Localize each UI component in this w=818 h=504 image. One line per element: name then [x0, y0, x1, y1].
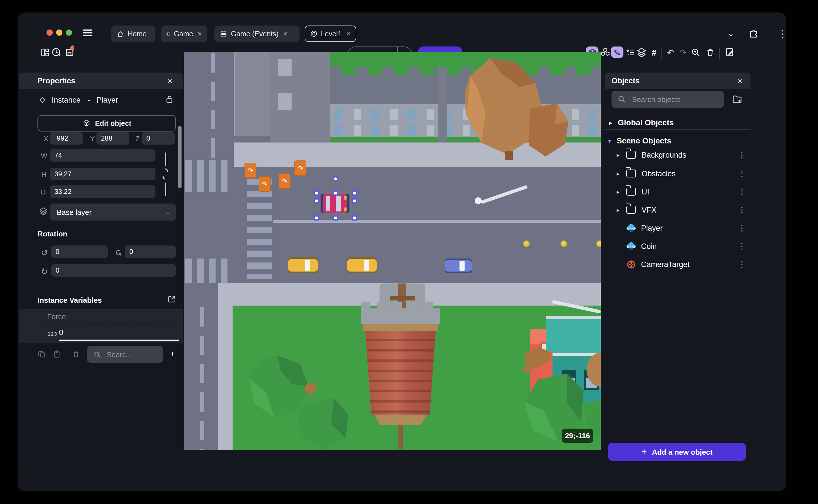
global-objects-row[interactable]: ▸ Global Objects [605, 113, 751, 132]
dead-tree[interactable] [451, 53, 570, 164]
tab-level1-close-icon[interactable]: × [346, 29, 350, 38]
resize-handle-nw[interactable] [314, 190, 319, 196]
folder-menu-icon[interactable]: ⋮ [738, 169, 746, 178]
z-input[interactable] [142, 132, 175, 145]
tab-home[interactable]: Home [111, 26, 155, 42]
green-trees-left[interactable] [238, 344, 351, 450]
rotation-x-input[interactable] [51, 245, 108, 258]
variables-search[interactable] [87, 346, 163, 363]
resize-handle-se[interactable] [352, 215, 357, 221]
window-zoom-button[interactable] [66, 29, 72, 36]
folder-menu-icon[interactable]: ⋮ [738, 150, 746, 159]
add-variable-icon[interactable]: + [170, 349, 175, 360]
properties-scrollbar[interactable] [178, 126, 181, 188]
properties-close-icon[interactable]: × [167, 76, 172, 86]
open-external-icon[interactable] [167, 295, 176, 303]
objects-search-input[interactable] [631, 94, 716, 104]
resize-handle-n[interactable] [333, 190, 338, 196]
variable-row[interactable]: Force 123 0 [19, 309, 183, 343]
object-menu-icon[interactable]: ⋮ [738, 223, 746, 232]
tab-level1[interactable]: Level1 × [304, 26, 356, 42]
object-row-coin[interactable]: Coin ⋮ [605, 237, 751, 255]
rotation-z-input[interactable] [51, 264, 176, 277]
grid-icon[interactable]: # [648, 46, 660, 58]
folder-row-ui[interactable]: ▸ UI ⋮ [605, 183, 751, 201]
edit-object-button[interactable]: Edit object [37, 115, 176, 132]
rotate-handle[interactable] [333, 176, 338, 181]
folder-row-backgrounds[interactable]: ▸ Backgrounds ⋮ [605, 146, 751, 164]
resize-handle-s[interactable] [333, 215, 338, 221]
yellow-car-instance[interactable] [288, 257, 318, 273]
resize-handle-e[interactable] [352, 198, 357, 204]
resize-handle-ne[interactable] [352, 190, 357, 196]
coin-instance[interactable] [596, 240, 601, 247]
objects-close-icon[interactable]: × [737, 76, 743, 86]
obstacle-crate[interactable]: ↷ [278, 173, 290, 189]
folder-menu-icon[interactable]: ⋮ [738, 187, 746, 196]
delete-variable-icon[interactable] [72, 350, 80, 358]
objects-search[interactable] [612, 91, 724, 108]
folder-row-obstacles[interactable]: ▸ Obstacles ⋮ [605, 164, 751, 183]
tower-body[interactable] [363, 331, 438, 415]
copy-icon[interactable] [37, 350, 46, 358]
tab-game-events-close-icon[interactable]: × [283, 29, 287, 38]
obstacle-crate[interactable]: ↷ [259, 176, 270, 192]
folder-row-vfx[interactable]: ▸ VFX ⋮ [605, 201, 751, 219]
player-car-instance[interactable] [321, 194, 349, 213]
tab-game-events[interactable]: Game (Events) × [214, 26, 299, 42]
window-dropdown-icon[interactable]: ⌄ [727, 28, 734, 39]
w-input[interactable] [50, 149, 155, 162]
scene-notes-icon[interactable] [724, 46, 735, 58]
object-row-cameratarget[interactable]: CameraTarget ⋮ [605, 255, 751, 273]
object-row-player[interactable]: Player ⋮ [605, 219, 751, 237]
variable-value[interactable]: 0 [59, 328, 63, 337]
window-menu-icon[interactable]: ⋮ [778, 28, 787, 39]
delete-icon[interactable] [705, 46, 716, 58]
objects-header: Objects × [605, 73, 751, 89]
layer-select[interactable]: Base layer ⌄ [50, 204, 176, 221]
instances-list-icon[interactable] [625, 46, 636, 58]
building-block[interactable] [270, 52, 330, 142]
tab-game-close-icon[interactable]: × [198, 29, 202, 38]
building-block[interactable] [234, 52, 270, 136]
blue-car-instance[interactable] [445, 259, 472, 273]
history-icon[interactable] [50, 46, 62, 58]
folder-menu-icon[interactable]: ⋮ [738, 205, 746, 214]
layers-panel-icon[interactable] [636, 46, 647, 58]
chevron-right-icon: ▸ [617, 170, 620, 177]
unlock-icon[interactable] [165, 95, 174, 104]
obstacle-crate[interactable]: ↷ [294, 160, 306, 176]
tower-crenellation[interactable] [361, 308, 440, 324]
yellow-car-instance[interactable] [347, 257, 377, 273]
resize-handle-w[interactable] [314, 198, 319, 204]
x-input[interactable] [50, 132, 83, 145]
tab-game[interactable]: Game × [161, 26, 207, 42]
paste-icon[interactable] [53, 350, 61, 358]
scene-canvas[interactable]: ↷ ↷ ↷ ↷ [184, 52, 601, 450]
extensions-icon[interactable] [749, 28, 759, 39]
zoom-in-icon[interactable] [690, 46, 701, 58]
edit-mode-icon[interactable]: ✎ [611, 46, 624, 58]
add-new-object-button[interactable]: + Add a new object [608, 443, 746, 461]
undo-icon[interactable]: ↶ [665, 46, 676, 58]
y-input[interactable] [96, 132, 129, 145]
h-input[interactable] [50, 168, 155, 180]
new-folder-icon[interactable] [732, 94, 743, 104]
objects-blocks-icon[interactable] [600, 46, 611, 58]
rotation-y-input[interactable] [125, 245, 176, 258]
coin-instance[interactable] [523, 240, 530, 247]
coin-instance[interactable] [561, 240, 567, 247]
variables-search-input[interactable] [105, 350, 157, 359]
resize-handle-sw[interactable] [314, 215, 319, 221]
object-menu-icon[interactable]: ⋮ [738, 242, 746, 251]
hamburger-menu-icon[interactable] [83, 29, 92, 36]
obstacle-crate[interactable]: ↷ [244, 163, 256, 178]
object-menu-icon[interactable]: ⋮ [738, 260, 746, 269]
fallen-lamppost[interactable] [481, 185, 528, 204]
redo-icon[interactable]: ↷ [677, 46, 689, 58]
d-input[interactable] [50, 185, 155, 198]
panels-layout-icon[interactable] [39, 46, 50, 58]
window-close-button[interactable] [46, 29, 53, 36]
window-minimize-button[interactable] [56, 29, 62, 36]
link-proportions-icon[interactable] [162, 168, 169, 180]
